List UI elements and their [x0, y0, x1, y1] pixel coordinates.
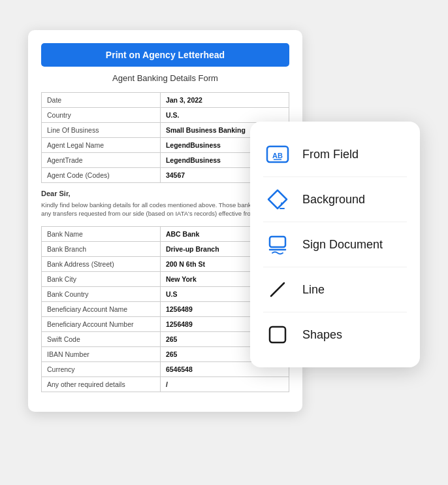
shapes-label: Shapes [302, 328, 342, 342]
field-label: Agent Legal Name [42, 138, 161, 153]
field-value: / [160, 376, 289, 392]
field-label: Date [42, 93, 161, 108]
field-label: Bank Branch [42, 241, 161, 256]
field-value: Jan 3, 2022 [160, 93, 289, 108]
sign-document-icon [263, 230, 292, 259]
table-row: Any other required details / [42, 376, 289, 392]
background-icon [263, 185, 292, 214]
svg-rect-8 [270, 327, 285, 343]
svg-rect-5 [270, 237, 285, 247]
print-button[interactable]: Print on Agency Letterhead [41, 43, 289, 67]
svg-text:AB: AB [272, 152, 283, 159]
field-label: Swift Code [42, 331, 161, 346]
menu-item-shapes[interactable]: Shapes [263, 312, 407, 357]
field-label: Any other required details [42, 376, 161, 392]
shapes-icon [263, 320, 292, 349]
field-label: Beneficiary Account Number [42, 316, 161, 331]
field-label: Country [42, 108, 161, 123]
field-value: U.S. [160, 108, 289, 123]
from-field-label: From Field [302, 148, 359, 161]
table-row: Currency 6546548 [42, 361, 289, 376]
field-label: Line Of Business [42, 123, 161, 138]
svg-marker-3 [268, 190, 287, 209]
line-label: Line [302, 283, 325, 297]
menu-item-line[interactable]: Line [263, 267, 407, 312]
menu-card: AB From Field Background [250, 122, 420, 367]
field-label: Bank Country [42, 286, 161, 301]
field-label: AgentTrade [42, 153, 161, 168]
menu-item-from-field[interactable]: AB From Field [263, 132, 407, 177]
background-label: Background [302, 193, 365, 207]
field-label: Bank City [42, 271, 161, 286]
field-label: Currency [42, 361, 161, 376]
field-label: Agent Code (Codes) [42, 168, 161, 183]
menu-item-background[interactable]: Background [263, 177, 407, 222]
menu-item-sign-document[interactable]: Sign Document [263, 222, 407, 267]
field-label: Beneficiary Account Name [42, 301, 161, 316]
field-label: Bank Name [42, 226, 161, 241]
from-field-icon: AB [263, 140, 292, 169]
field-label: Bank Address (Street) [42, 256, 161, 271]
table-row: Country U.S. [42, 108, 289, 123]
line-icon [263, 275, 292, 304]
sign-document-label: Sign Document [302, 238, 383, 252]
field-label: IBAN Number [42, 346, 161, 361]
document-title: Agent Banking Details Form [41, 73, 289, 83]
table-row: Date Jan 3, 2022 [42, 93, 289, 108]
svg-line-7 [271, 283, 284, 296]
